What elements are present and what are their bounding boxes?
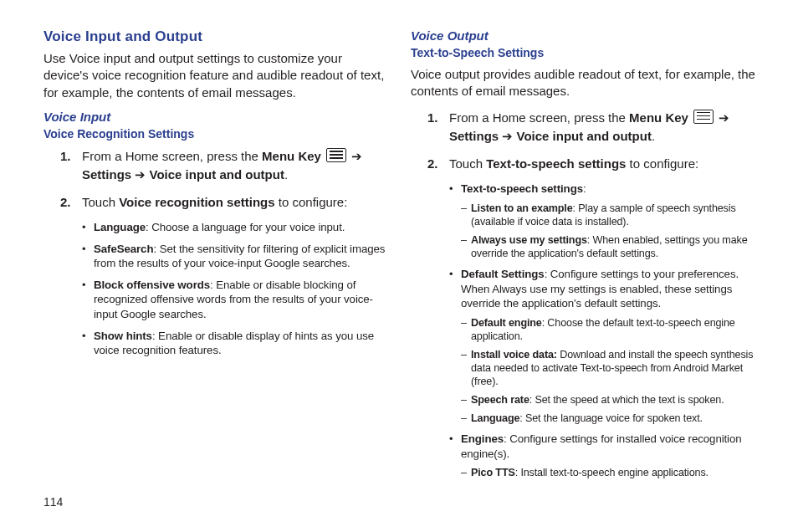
- step-1: 1. From a Home screen, press the Menu Ke…: [427, 109, 765, 146]
- step-body: From a Home screen, press the Menu Key ➔…: [449, 109, 765, 146]
- sub-list: Pico TTS: Install text-to-speech engine …: [461, 466, 765, 479]
- sub-item: Install voice data: Download and install…: [461, 348, 765, 388]
- step-body: Touch Voice recognition settings to conf…: [82, 193, 386, 212]
- term: Listen to an example: [471, 202, 573, 214]
- term: Always use my settings: [471, 234, 587, 246]
- term: SafeSearch: [94, 243, 153, 255]
- sub-item: Default engine: Choose the default text-…: [461, 316, 765, 343]
- sub-item: Listen to an example: Play a sample of s…: [461, 202, 765, 228]
- text: to configure:: [626, 156, 698, 171]
- voice-io-label: Voice input and output: [150, 167, 284, 182]
- sub-item: Always use my settings: When enabled, se…: [461, 233, 765, 260]
- definition: : Set the language voice for spoken text…: [519, 412, 703, 424]
- step-2: 2. Touch Text-to-speech settings to conf…: [427, 155, 765, 174]
- bullet-list: Language: Choose a language for your voi…: [82, 220, 386, 357]
- definition: : Choose a language for your voice input…: [146, 221, 345, 233]
- text: Touch: [449, 156, 486, 171]
- menu-key-label: Menu Key: [262, 149, 321, 163]
- intro-text: Use Voice input and output settings to c…: [43, 50, 386, 101]
- subsection-heading: Voice Output: [411, 28, 765, 43]
- term: Default Settings: [461, 268, 545, 280]
- list-item: SafeSearch: Set the sensitivity for filt…: [82, 242, 386, 271]
- subsubsection-heading: Text-to-Speech Settings: [411, 46, 765, 59]
- settings-label: Settings: [82, 167, 131, 182]
- text: to configure:: [275, 195, 348, 209]
- step-number: 1.: [60, 147, 82, 185]
- list-item: Text-to-speech settings: Listen to an ex…: [449, 182, 765, 260]
- term: Language: [471, 412, 519, 424]
- voice-io-label: Voice input and output: [517, 129, 652, 143]
- step-number: 2.: [427, 155, 449, 174]
- menu-key-icon: [693, 110, 714, 124]
- text: .: [284, 167, 288, 182]
- list-item: Language: Choose a language for your voi…: [82, 220, 386, 235]
- list-item: Block offensive words: Enable or disable…: [82, 278, 386, 322]
- sub-item: Pico TTS: Install text-to-speech engine …: [461, 466, 765, 479]
- list-item: Default Settings: Configure settings to …: [449, 267, 765, 425]
- right-column: Voice Output Text-to-Speech Settings Voi…: [404, 28, 765, 515]
- text: Touch: [82, 195, 119, 209]
- text: From a Home screen, press the: [82, 149, 262, 163]
- definition: : Set the speed at which the text is spo…: [529, 394, 724, 406]
- sub-item: Speech rate: Set the speed at which the …: [461, 393, 765, 407]
- text: .: [652, 129, 655, 143]
- step-1: 1. From a Home screen, press the Menu Ke…: [60, 147, 386, 185]
- step-number: 2.: [60, 193, 82, 212]
- subsection-heading: Voice Input: [43, 110, 386, 124]
- arrow: ➔: [715, 110, 729, 125]
- page-number: 114: [43, 495, 63, 509]
- list-item: Show hints: Enable or disable display of…: [82, 329, 386, 358]
- sub-list: Default engine: Choose the default text-…: [461, 316, 765, 426]
- step-body: Touch Text-to-speech settings to configu…: [449, 155, 765, 174]
- step-number: 1.: [427, 109, 449, 146]
- section-heading: Voice Input and Output: [43, 28, 386, 45]
- subsubsection-heading: Voice Recognition Settings: [43, 127, 386, 141]
- arrow: ➔: [348, 149, 362, 163]
- step-2: 2. Touch Voice recognition settings to c…: [60, 193, 386, 212]
- term: Default engine: [471, 317, 542, 329]
- definition: : Install text-to-speech engine applicat…: [515, 467, 708, 478]
- term: Engines: [461, 432, 504, 445]
- arrow: ➔: [131, 167, 149, 182]
- list-item: Engines: Configure settings for installe…: [449, 432, 765, 479]
- manual-page: Voice Input and Output Use Voice input a…: [0, 0, 798, 532]
- term: Install voice data:: [471, 349, 557, 361]
- term: Language: [94, 221, 146, 233]
- left-column: Voice Input and Output Use Voice input a…: [43, 28, 404, 515]
- arrow: ➔: [499, 129, 516, 143]
- settings-label: Settings: [449, 129, 499, 143]
- term: Speech rate: [471, 394, 529, 406]
- text: From a Home screen, press the: [449, 110, 629, 125]
- term: Text-to-speech settings: [461, 182, 583, 195]
- term: Pico TTS: [471, 467, 515, 478]
- tts-settings-label: Text-to-speech settings: [486, 156, 626, 171]
- term: Block offensive words: [94, 279, 210, 291]
- menu-key-icon: [326, 148, 346, 162]
- bullet-list: Text-to-speech settings: Listen to an ex…: [449, 182, 765, 480]
- intro-text: Voice output provides audible readout of…: [411, 66, 765, 100]
- sub-item: Language: Set the language voice for spo…: [461, 412, 765, 425]
- step-body: From a Home screen, press the Menu Key ➔…: [82, 147, 386, 185]
- menu-key-label: Menu Key: [629, 110, 688, 125]
- definition: :: [583, 182, 586, 195]
- term: Show hints: [94, 330, 152, 342]
- definition: : Configure settings for installed voice…: [461, 432, 742, 460]
- sub-list: Listen to an example: Play a sample of s…: [461, 202, 765, 260]
- voice-recog-label: Voice recognition settings: [119, 195, 274, 209]
